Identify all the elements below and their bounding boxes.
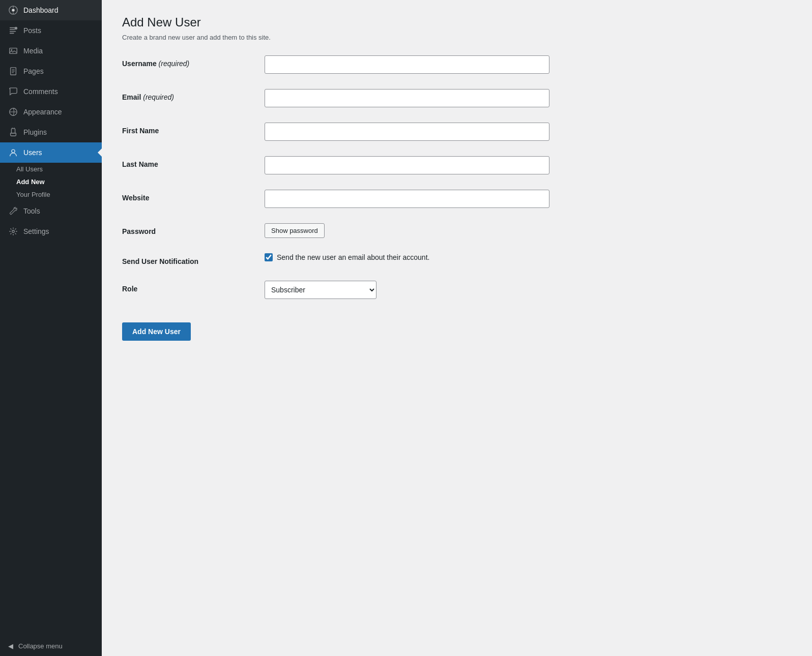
lastname-field (265, 156, 549, 174)
sidebar-item-comments[interactable]: Comments (0, 81, 102, 102)
website-label: Website (122, 190, 265, 202)
notification-checkbox[interactable] (265, 253, 273, 261)
firstname-input[interactable] (265, 123, 549, 141)
notification-label: Send User Notification (122, 253, 265, 265)
role-select[interactable]: Subscriber Contributor Author Editor Adm… (265, 281, 376, 299)
appearance-icon (8, 107, 18, 117)
sidebar-item-media-label: Media (23, 47, 43, 55)
lastname-label: Last Name (122, 156, 265, 168)
email-field (265, 89, 549, 107)
users-submenu: All Users Add New Your Profile (0, 163, 102, 201)
media-icon (8, 46, 18, 56)
website-field (265, 190, 549, 208)
notification-field: Send the new user an email about their a… (265, 253, 549, 261)
sidebar-item-media[interactable]: Media (0, 41, 102, 61)
show-password-button[interactable]: Show password (265, 223, 325, 238)
sidebar-item-settings-label: Settings (23, 227, 49, 235)
username-row: Username (required) (122, 55, 792, 79)
role-label: Role (122, 281, 265, 293)
svg-rect-11 (11, 129, 15, 133)
firstname-label: First Name (122, 123, 265, 135)
username-input[interactable] (265, 55, 549, 74)
sidebar-item-dashboard-label: Dashboard (23, 6, 59, 14)
submenu-add-new[interactable]: Add New (8, 175, 102, 188)
sidebar-item-tools-label: Tools (23, 207, 40, 215)
website-input[interactable] (265, 190, 549, 208)
username-label: Username (required) (122, 55, 265, 68)
sidebar-item-dashboard[interactable]: Dashboard (0, 0, 102, 20)
pages-icon (8, 66, 18, 76)
collapse-label: Collapse menu (18, 642, 63, 650)
lastname-input[interactable] (265, 156, 549, 174)
posts-icon (8, 25, 18, 36)
sidebar-item-posts[interactable]: Posts (0, 20, 102, 41)
collapse-menu[interactable]: ◀ Collapse menu (0, 636, 102, 656)
svg-point-14 (12, 150, 15, 153)
comments-icon (8, 86, 18, 97)
add-new-user-button[interactable]: Add New User (122, 322, 191, 341)
collapse-icon: ◀ (8, 642, 13, 650)
sidebar-item-plugins[interactable]: Plugins (0, 122, 102, 142)
submenu-all-users[interactable]: All Users (8, 163, 102, 175)
password-label: Password (122, 223, 265, 235)
firstname-row: First Name (122, 123, 792, 146)
firstname-field (265, 123, 549, 141)
page-title: Add New User (122, 15, 792, 29)
sidebar-item-users-label: Users (23, 148, 42, 157)
username-field (265, 55, 549, 74)
website-row: Website (122, 190, 792, 213)
notification-row: Send User Notification Send the new user… (122, 253, 792, 271)
role-row: Role Subscriber Contributor Author Edito… (122, 281, 792, 304)
password-row: Password Show password (122, 223, 792, 243)
email-label: Email (required) (122, 89, 265, 101)
sidebar: Dashboard Posts Media Pages Comments App… (0, 0, 102, 656)
sidebar-item-settings[interactable]: Settings (0, 221, 102, 242)
email-row: Email (required) (122, 89, 792, 112)
lastname-row: Last Name (122, 156, 792, 180)
sidebar-item-posts-label: Posts (23, 26, 41, 35)
sidebar-item-users[interactable]: Users (0, 142, 102, 163)
tools-icon (8, 206, 18, 216)
main-content: Add New User Create a brand new user and… (102, 0, 812, 656)
sidebar-item-pages-label: Pages (23, 67, 44, 75)
svg-point-4 (15, 27, 17, 29)
sidebar-item-plugins-label: Plugins (23, 128, 47, 136)
submenu-your-profile[interactable]: Your Profile (8, 188, 102, 201)
password-field: Show password (265, 223, 549, 238)
dashboard-icon (8, 5, 18, 15)
role-field: Subscriber Contributor Author Editor Adm… (265, 281, 549, 299)
notification-checkbox-row: Send the new user an email about their a… (265, 253, 549, 261)
svg-point-1 (12, 9, 14, 11)
svg-point-6 (11, 49, 13, 51)
sidebar-item-appearance-label: Appearance (23, 108, 62, 116)
sidebar-item-pages[interactable]: Pages (0, 61, 102, 81)
sidebar-item-appearance[interactable]: Appearance (0, 102, 102, 122)
sidebar-item-tools[interactable]: Tools (0, 201, 102, 221)
sidebar-item-comments-label: Comments (23, 87, 58, 96)
users-icon (8, 147, 18, 158)
plugins-icon (8, 127, 18, 137)
svg-point-15 (12, 230, 15, 233)
svg-rect-5 (10, 48, 17, 54)
settings-icon (8, 226, 18, 236)
submit-row: Add New User (122, 314, 792, 341)
email-input[interactable] (265, 89, 549, 107)
add-user-form: Username (required) Email (required) Fir… (122, 55, 792, 341)
page-subtitle: Create a brand new user and add them to … (122, 34, 792, 41)
notification-text: Send the new user an email about their a… (277, 253, 429, 261)
